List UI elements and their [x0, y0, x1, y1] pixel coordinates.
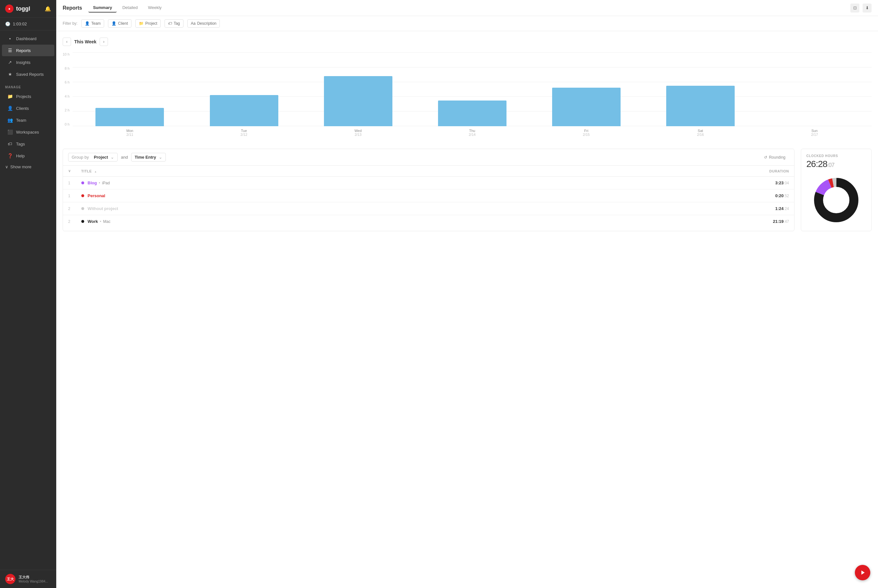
show-more-label: Show more	[10, 164, 32, 169]
sidebar-item-label: Dashboard	[16, 36, 37, 41]
share-icon[interactable]: ⊡	[850, 3, 859, 12]
row-number: 1	[63, 177, 76, 189]
sidebar-item-label: Reports	[16, 48, 31, 53]
duration-col-label: DURATION	[769, 169, 789, 173]
filter-description-button[interactable]: Aa Description	[187, 19, 220, 28]
bar-day-label: Sun	[758, 129, 872, 133]
time-entry-chevron-icon: ⌄	[159, 155, 162, 160]
chart-bar-label-mon: Mon2/11	[73, 129, 187, 136]
bar-day-label: Tue	[187, 129, 301, 133]
filter-tag-button[interactable]: 🏷 Tag	[165, 19, 183, 28]
expand-icon[interactable]: ∨	[68, 169, 71, 173]
row-number: 2	[63, 202, 76, 215]
table-toolbar: Group by Project ⌄ and Time Entry ⌄ ↺ Ro…	[63, 149, 794, 166]
timer-value: 1:03:02	[13, 21, 27, 26]
reports-icon: ☰	[7, 48, 13, 53]
bar-day-label: Sat	[643, 129, 758, 133]
sidebar-item-insights[interactable]: ↗ Insights	[2, 57, 54, 68]
tab-detailed[interactable]: Detailed	[118, 3, 142, 12]
chart-bar-col-mon	[73, 52, 187, 126]
floating-action-button[interactable]	[855, 565, 870, 580]
table-row[interactable]: 2Work • Mac21:19:47	[63, 215, 794, 228]
sidebar-item-saved-reports[interactable]: ★ Saved Reports	[2, 68, 54, 80]
col-title-header[interactable]: TITLE ▲	[76, 166, 516, 177]
chart-bar-label-sun: Sun2/17	[758, 129, 872, 136]
right-panel: CLOCKED HOURS 26:28:07	[801, 148, 872, 231]
sidebar-item-workspaces[interactable]: ⬛ Workspaces	[2, 126, 54, 138]
clocked-hours-label: CLOCKED HOURS	[806, 154, 866, 158]
sidebar-item-label: Help	[16, 153, 25, 158]
bar-date-label: 2/16	[643, 133, 758, 136]
filter-project-button[interactable]: 📁 Project	[135, 19, 161, 28]
title-col-label: TITLE	[81, 169, 92, 173]
client-filter-icon: 👤	[111, 21, 116, 26]
bar-day-label: Fri	[529, 129, 643, 133]
app-logo[interactable]: ● toggl	[5, 4, 30, 13]
filter-team-button[interactable]: 👤 Team	[81, 19, 104, 28]
tab-weekly[interactable]: Weekly	[143, 3, 166, 12]
workspaces-icon: ⬛	[7, 129, 13, 135]
content-section: Group by Project ⌄ and Time Entry ⌄ ↺ Ro…	[56, 142, 878, 238]
dashboard-icon: ▪	[7, 36, 13, 41]
donut-hole	[824, 188, 848, 212]
sidebar-item-tags[interactable]: 🏷 Tags	[2, 138, 54, 150]
sidebar-item-projects[interactable]: 📁 Projects	[2, 90, 54, 102]
download-icon[interactable]: ⬇	[863, 3, 872, 12]
clocked-time-sec: :07	[827, 162, 834, 168]
chart-bar-col-thu	[415, 52, 529, 126]
table-row[interactable]: 1Blog • iPad3:23:04	[63, 177, 794, 189]
y-label-0h: 0 h	[63, 122, 69, 126]
chart-bar-label-tue: Tue2/12	[187, 129, 301, 136]
sidebar-footer[interactable]: 王大 王大伟 Melody Wang1984...	[0, 570, 56, 588]
bar-date-label: 2/17	[758, 133, 872, 136]
main-content: Reports Summary Detailed Weekly ⊡ ⬇ Filt…	[56, 0, 878, 588]
prev-period-button[interactable]: ‹	[63, 38, 71, 46]
sidebar-item-label: Team	[16, 118, 26, 123]
sidebar-item-label: Projects	[16, 94, 31, 99]
filter-tag-label: Tag	[174, 21, 180, 26]
sidebar-item-dashboard[interactable]: ▪ Dashboard	[2, 33, 54, 44]
col-duration-header[interactable]: DURATION	[516, 166, 794, 177]
group-by-chevron-icon: ⌄	[111, 155, 114, 160]
sidebar-item-help[interactable]: ❓ Help	[2, 150, 54, 162]
rounding-button[interactable]: ↺ Rounding	[761, 153, 789, 162]
table-row[interactable]: 2Without project1:24:24	[63, 202, 794, 215]
notification-bell-icon[interactable]: 🔔	[45, 6, 51, 12]
manage-section-label: MANAGE	[0, 82, 56, 90]
sidebar-item-label: Saved Reports	[16, 72, 44, 77]
bar-date-label: 2/12	[187, 133, 301, 136]
filter-client-button[interactable]: 👤 Client	[108, 19, 131, 28]
table-body: 1Blog • iPad3:23:041Personal0:20:522With…	[63, 177, 794, 228]
tab-summary[interactable]: Summary	[89, 3, 116, 12]
topbar: Reports Summary Detailed Weekly ⊡ ⬇	[56, 0, 878, 16]
time-entry-selector[interactable]: Time Entry ⌄	[131, 153, 166, 162]
bar-date-label: 2/11	[73, 133, 187, 136]
chart-container: ‹ This Week › 0 h 2 h 4 h 6 h 8 h 10 h	[56, 31, 878, 142]
chart-bar-col-wed	[301, 52, 415, 126]
donut-chart	[810, 174, 862, 226]
summary-table: ∨ TITLE ▲ DURATION 1Blog	[63, 166, 794, 228]
chart-bar-label-wed: Wed2/13	[301, 129, 415, 136]
topbar-tabs: Summary Detailed Weekly	[89, 3, 166, 12]
next-period-button[interactable]: ›	[100, 38, 108, 46]
chart-y-axis: 0 h 2 h 4 h 6 h 8 h 10 h	[63, 52, 73, 142]
show-more-button[interactable]: ∨ Show more	[0, 162, 56, 172]
table-row[interactable]: 1Personal0:20:52	[63, 189, 794, 202]
row-duration: 1:24:24	[516, 202, 794, 215]
sidebar-item-reports[interactable]: ☰ Reports	[2, 45, 54, 56]
avatar: 王大	[5, 574, 15, 584]
group-by-selector[interactable]: Group by Project ⌄	[68, 153, 117, 162]
chart-bar-sun	[780, 126, 849, 126]
time-entry-label: Time Entry	[135, 155, 156, 160]
clocked-time-main: 26:28	[806, 159, 827, 169]
row-title: Personal	[76, 189, 516, 202]
timer-display[interactable]: 🕐 1:03:02	[0, 18, 56, 30]
bar-date-label: 2/13	[301, 133, 415, 136]
play-icon	[859, 569, 866, 576]
filter-label: Filter by:	[63, 21, 77, 26]
sidebar-item-team[interactable]: 👥 Team	[2, 114, 54, 126]
clients-icon: 👤	[7, 106, 13, 111]
rounding-icon: ↺	[764, 155, 767, 160]
y-label-6h: 6 h	[63, 80, 69, 84]
sidebar-item-clients[interactable]: 👤 Clients	[2, 102, 54, 114]
